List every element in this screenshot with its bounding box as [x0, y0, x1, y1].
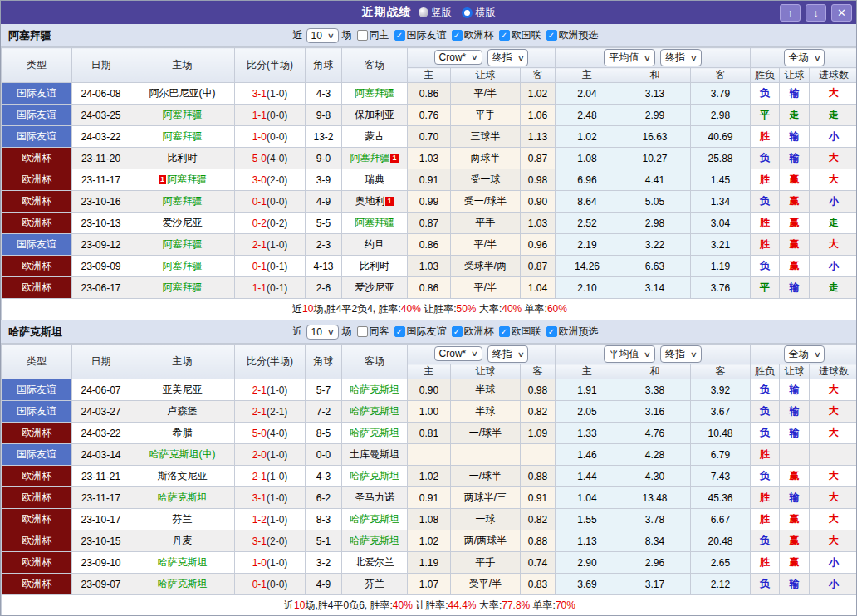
- handicap-line-cell: 三球半: [451, 126, 521, 148]
- avg-away-odds-cell: 1.34: [691, 191, 751, 213]
- league-checkbox-0[interactable]: ✓: [394, 326, 405, 337]
- col-header-1: 日期: [72, 345, 130, 379]
- odds-final-select[interactable]: 终指∨: [487, 345, 529, 363]
- chevron-down-icon: ∨: [690, 350, 698, 359]
- league-checkbox-2[interactable]: ✓: [499, 30, 510, 41]
- matches-label: 场: [342, 28, 352, 42]
- move-down-button[interactable]: ↓: [806, 4, 826, 22]
- league-checkbox-0[interactable]: ✓: [394, 30, 405, 41]
- date-cell: 24-06-08: [72, 83, 130, 105]
- scope-select-value: 全场: [789, 347, 809, 361]
- handicap-home-odds-cell: 0.91: [408, 487, 451, 509]
- score-cell: 1-0(1-0): [235, 552, 306, 574]
- summary-stat-label: 让胜率:: [413, 599, 448, 611]
- chevron-down-icon: ∨: [327, 328, 335, 336]
- home-team-name: 芬兰: [173, 513, 193, 525]
- average-select[interactable]: 平均值∨: [604, 345, 655, 363]
- same-side-checkbox[interactable]: [357, 30, 368, 41]
- halftime-score: (0-0): [267, 110, 287, 121]
- goals-result-cell: 大: [810, 148, 857, 169]
- handicap-away-odds-cell: [521, 444, 556, 466]
- league-checkbox-3[interactable]: ✓: [546, 326, 557, 337]
- handicap-result-cell: 赢: [780, 530, 810, 552]
- handicap-away-odds-cell: 0.88: [521, 466, 556, 487]
- halftime-score: (0-1): [267, 282, 287, 294]
- league-cell: 国际友谊: [2, 444, 72, 466]
- odds-provider-select[interactable]: Crow*∨: [434, 346, 482, 361]
- league-cell: 国际友谊: [2, 83, 72, 105]
- summary-text: 近10场,胜4平0负6, 胜率:40% 让胜率:44.4% 大率:77.8% 单…: [284, 599, 575, 611]
- avg-draw-odds-cell: 4.28: [619, 444, 691, 466]
- league-checkbox-label: 欧洲预选: [559, 28, 599, 42]
- date-cell: 23-11-20: [72, 148, 130, 169]
- away-team-name: 哈萨克斯坦: [350, 470, 399, 482]
- fulltime-score: 1-2: [252, 514, 267, 526]
- handicap-home-odds-cell: 1.02: [408, 466, 451, 487]
- league-cell: 欧洲杯: [2, 169, 72, 191]
- layout-radio-horizontal[interactable]: 横版: [462, 6, 496, 20]
- average-final-select[interactable]: 终指∨: [660, 345, 702, 363]
- chevron-down-icon: ∨: [517, 350, 525, 359]
- home-team-cell: 阿尔巴尼亚(中): [130, 83, 235, 105]
- home-team-cell: 丹麦: [130, 530, 235, 552]
- date-cell: 24-03-22: [72, 423, 130, 444]
- halftime-score: (1-0): [267, 514, 287, 526]
- team-name: 阿塞拜疆: [1, 28, 51, 43]
- recent-results-window: 近期战绩 竖版横版 ↑↓✕ 阿塞拜疆 近10∨场同主✓国际友谊✓欧洲杯✓欧国联✓…: [0, 0, 857, 616]
- winloss-result-cell: 负: [751, 574, 780, 595]
- league-checkbox-2[interactable]: ✓: [499, 326, 510, 337]
- scope-select[interactable]: 全场∨: [784, 49, 825, 66]
- league-checkbox-1[interactable]: ✓: [452, 326, 463, 337]
- handicap-result-cell: 输: [780, 83, 810, 105]
- close-button[interactable]: ✕: [831, 4, 852, 22]
- score-cell: 0-2(0-2): [235, 213, 306, 234]
- halftime-score: (1-0): [267, 449, 287, 461]
- away-team-cell: 土库曼斯坦: [342, 444, 408, 466]
- summary-stat-value: 77.8%: [502, 599, 530, 611]
- summary-stat-label: 单率:: [522, 303, 547, 315]
- same-side-checkbox[interactable]: [357, 326, 368, 337]
- corners-cell: 13-2: [306, 126, 342, 148]
- handicap-away-odds-cell: 1.02: [521, 83, 556, 105]
- summary-stat-value: 40%: [502, 303, 522, 315]
- match-count-select[interactable]: 10∨: [306, 325, 339, 340]
- match-count-select[interactable]: 10∨: [306, 28, 339, 43]
- home-team-name: 爱沙尼亚: [163, 217, 203, 228]
- matches-table: 类型日期主场比分(半场)角球客场Crow*∨终指∨平均值∨终指∨全场∨主让球客主…: [1, 344, 857, 616]
- sub-col-header-4: 和: [619, 364, 691, 379]
- away-team-cell: 哈萨克斯坦: [342, 530, 408, 552]
- away-team-cell: 阿塞拜疆: [342, 213, 408, 234]
- average-final-select[interactable]: 终指∨: [660, 49, 702, 66]
- average-select[interactable]: 平均值∨: [604, 49, 655, 66]
- home-team-name: 阿塞拜疆: [163, 130, 203, 142]
- move-up-button[interactable]: ↑: [780, 4, 801, 22]
- home-team-name: 斯洛文尼亚: [158, 470, 208, 482]
- odds-provider-select[interactable]: Crow*∨: [434, 50, 482, 65]
- handicap-away-odds-cell: 0.98: [521, 169, 556, 191]
- scope-select[interactable]: 全场∨: [784, 345, 825, 363]
- away-team-cell: 保加利亚: [342, 105, 408, 126]
- odds-final-select[interactable]: 终指∨: [487, 49, 529, 66]
- league-checkbox-3[interactable]: ✓: [546, 30, 557, 41]
- radio-label: 横版: [476, 6, 496, 20]
- handicap-line-cell: 平/半: [451, 234, 521, 256]
- away-team-cell: 奥地利1: [342, 191, 408, 213]
- handicap-away-odds-cell: 0.82: [521, 509, 556, 530]
- home-team-name: 阿塞拜疆: [163, 109, 203, 120]
- handicap-result-cell: 赢: [780, 509, 810, 530]
- fulltime-score: 0-2: [252, 218, 267, 229]
- handicap-result-cell: 赢: [780, 256, 810, 277]
- avg-draw-odds-cell: 3.13: [619, 83, 691, 105]
- date-cell: 23-10-13: [72, 213, 130, 234]
- table-foot: 近10场,胜4平2负4, 胜率:40% 让胜率:50% 大率:40% 单率:60…: [2, 299, 857, 320]
- league-checkbox-1[interactable]: ✓: [452, 30, 463, 41]
- league-checkbox-label: 欧洲预选: [559, 325, 599, 339]
- near-label: 近: [293, 325, 303, 339]
- layout-radio-vertical[interactable]: 竖版: [419, 6, 452, 20]
- handicap-result-cell: 赢: [780, 191, 810, 213]
- avg-away-odds-cell: 6.79: [691, 444, 751, 466]
- score-cell: 0-1(0-1): [235, 256, 306, 277]
- handicap-home-odds-cell: 1.19: [408, 552, 451, 574]
- date-cell: 23-06-17: [72, 277, 130, 299]
- avg-draw-odds-cell: 6.63: [619, 256, 691, 277]
